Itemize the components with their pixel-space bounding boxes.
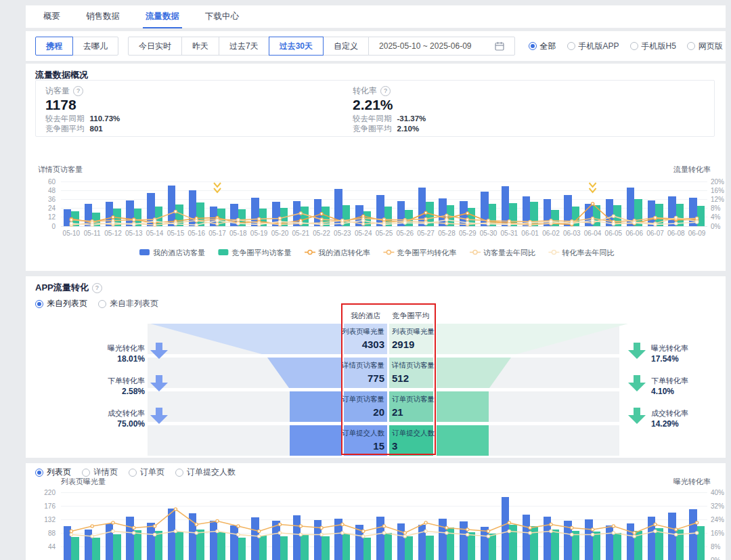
legend-item[interactable]: 转化率去年同比 [548, 249, 614, 257]
exposure-trend-chart[interactable]: 44881321762200%8%16%24%32%40%列表页曝光量曝光转化率 [26, 477, 726, 560]
legend-item[interactable]: 我的酒店访客量 [139, 249, 205, 257]
bar-green-bar[interactable] [530, 526, 538, 560]
bar-green-bar[interactable] [217, 532, 225, 560]
point-icon[interactable] [299, 533, 302, 536]
point-icon[interactable] [278, 532, 281, 534]
bar-green-bar[interactable] [342, 534, 351, 560]
point-icon[interactable] [612, 215, 615, 217]
point-icon[interactable] [70, 530, 72, 532]
point-icon[interactable] [466, 221, 469, 224]
point-icon[interactable] [195, 223, 198, 226]
point-icon[interactable] [237, 533, 240, 536]
bar-green-bar[interactable] [322, 536, 330, 560]
bar-blue-bar[interactable] [251, 517, 259, 560]
platform-radio-3[interactable]: 手机版H5 [630, 41, 676, 52]
bar-green-bar[interactable] [426, 536, 434, 560]
point-icon[interactable] [258, 217, 261, 220]
bar-blue-bar[interactable] [168, 509, 176, 560]
bar-blue-bar[interactable] [439, 519, 447, 560]
point-icon[interactable] [341, 532, 344, 534]
point-icon[interactable] [362, 535, 365, 538]
legend-item[interactable]: 访客量去年同比 [470, 249, 535, 257]
point-icon[interactable] [341, 523, 344, 525]
point-icon[interactable] [508, 521, 510, 524]
point-icon[interactable] [382, 532, 385, 534]
point-icon[interactable] [424, 530, 427, 532]
point-icon[interactable] [487, 530, 489, 532]
point-icon[interactable] [216, 223, 219, 225]
bar-green-bar[interactable] [238, 538, 246, 560]
point-icon[interactable] [382, 223, 385, 225]
point-icon[interactable] [529, 526, 531, 529]
point-icon[interactable] [654, 530, 657, 532]
point-icon[interactable] [91, 525, 93, 527]
tab-3[interactable]: 流量数据 [146, 5, 179, 28]
bar-我的酒店访客量[interactable] [668, 196, 676, 226]
channel-button-2[interactable]: 去哪儿 [72, 37, 118, 56]
point-icon[interactable] [675, 528, 678, 531]
point-icon[interactable] [195, 532, 198, 534]
bar-green-bar[interactable] [259, 536, 267, 560]
tab-1[interactable]: 概要 [43, 5, 60, 28]
point-icon[interactable] [237, 222, 240, 225]
point-icon[interactable] [445, 532, 448, 534]
point-icon[interactable] [612, 525, 615, 527]
point-icon[interactable] [633, 535, 636, 538]
point-icon[interactable] [403, 532, 406, 534]
point-icon[interactable] [696, 532, 699, 534]
point-icon[interactable] [612, 532, 615, 534]
point-icon[interactable] [91, 223, 93, 226]
point-icon[interactable] [174, 210, 177, 213]
bar-green-bar[interactable] [280, 536, 288, 560]
bar-blue-bar[interactable] [502, 497, 510, 560]
point-icon[interactable] [133, 532, 135, 534]
help-icon[interactable] [380, 86, 391, 96]
point-icon[interactable] [382, 525, 385, 527]
point-icon[interactable] [278, 523, 281, 525]
bar-green-bar[interactable] [551, 530, 559, 560]
bar-blue-bar[interactable] [376, 517, 384, 560]
point-icon[interactable] [91, 535, 93, 538]
bar-blue-bar[interactable] [85, 530, 93, 560]
point-icon[interactable] [424, 521, 427, 524]
point-icon[interactable] [508, 530, 510, 532]
bar-green-bar[interactable] [92, 538, 100, 560]
legend-item[interactable]: 我的酒店转化率 [305, 249, 370, 257]
calendar-icon[interactable] [495, 41, 504, 51]
bar-blue-bar[interactable] [544, 517, 552, 560]
point-icon[interactable] [237, 219, 240, 221]
point-icon[interactable] [466, 212, 469, 215]
point-icon[interactable] [174, 223, 177, 225]
point-icon[interactable] [550, 220, 552, 223]
point-icon[interactable] [445, 222, 448, 225]
point-icon[interactable] [592, 528, 594, 531]
visitors-trend-chart[interactable]: 012243648600%4%8%12%16%20%详情页访客量流量转化率05-… [26, 164, 726, 271]
period-button-2[interactable]: 昨天 [181, 37, 219, 56]
period-button-3[interactable]: 过去7天 [219, 37, 269, 56]
point-icon[interactable] [154, 220, 156, 223]
point-icon[interactable] [403, 221, 406, 224]
point-icon[interactable] [571, 222, 573, 225]
point-icon[interactable] [571, 526, 573, 529]
point-icon[interactable] [258, 530, 261, 532]
bar-blue-bar[interactable] [106, 523, 114, 560]
bar-green-bar[interactable] [468, 532, 476, 560]
point-icon[interactable] [445, 214, 448, 217]
point-icon[interactable] [550, 530, 552, 532]
point-icon[interactable] [633, 532, 636, 534]
bar-blue-bar[interactable] [397, 523, 405, 560]
bar-green-bar[interactable] [363, 538, 372, 560]
bar-竞争圈平均访客量[interactable] [196, 202, 204, 226]
point-icon[interactable] [696, 521, 699, 524]
point-icon[interactable] [299, 221, 302, 224]
point-icon[interactable] [424, 217, 427, 220]
channel-button-1[interactable]: 携程 [35, 37, 73, 56]
point-icon[interactable] [112, 216, 114, 219]
point-icon[interactable] [592, 533, 594, 536]
bar-green-bar[interactable] [134, 530, 142, 560]
legend-item[interactable]: 竞争圈平均访客量 [218, 249, 291, 257]
bar-blue-bar[interactable] [460, 521, 468, 560]
point-icon[interactable] [133, 526, 135, 529]
point-icon[interactable] [320, 223, 323, 225]
tab-4[interactable]: 下载中心 [205, 5, 239, 28]
